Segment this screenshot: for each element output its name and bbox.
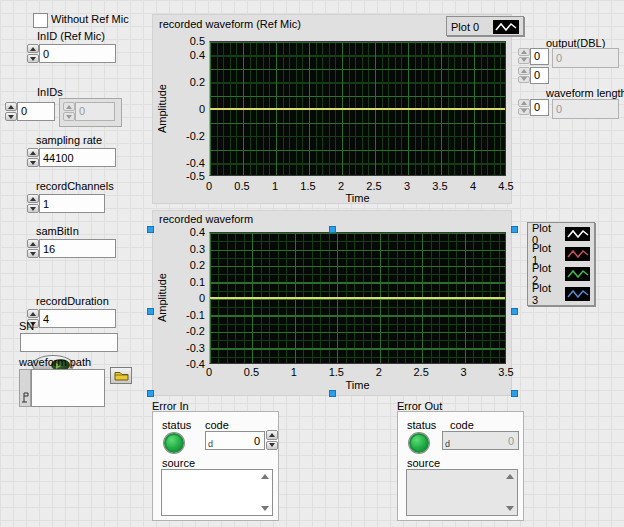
y-tick-label: -0.2 xyxy=(186,130,205,142)
code-value: 0 xyxy=(254,435,260,447)
scroll-down-icon[interactable] xyxy=(261,506,269,511)
browse-button[interactable] xyxy=(110,367,132,384)
output-dbl-index-col-spinner[interactable] xyxy=(518,67,530,83)
waveform-path-input[interactable] xyxy=(31,369,105,407)
sampling-rate-input[interactable] xyxy=(39,148,116,167)
code-spinner[interactable] xyxy=(266,430,278,450)
sn-input[interactable] xyxy=(20,333,118,352)
sam-bit-in-input[interactable] xyxy=(39,239,116,258)
scroll-down-icon[interactable] xyxy=(506,506,514,511)
record-channels-input[interactable] xyxy=(39,194,105,213)
legend-item[interactable]: Plot 3 xyxy=(532,284,590,304)
decrement-icon[interactable] xyxy=(27,54,39,63)
legend-item[interactable]: Plot 0 xyxy=(532,224,590,244)
y-tick-label: -0.4 xyxy=(186,358,205,370)
error-in-cluster: status code d 0 source xyxy=(152,411,279,521)
selection-handle[interactable] xyxy=(511,308,518,315)
graph1-legend[interactable]: Plot 0 xyxy=(446,16,524,36)
inid-input[interactable] xyxy=(39,44,116,63)
without-ref-mic-label: Without Ref Mic xyxy=(51,13,129,26)
x-axis-ticks: 00.511.522.533.5 xyxy=(209,366,506,378)
x-tick-label: 0 xyxy=(206,180,212,192)
selection-handle[interactable] xyxy=(329,226,336,233)
increment-icon[interactable] xyxy=(27,148,39,157)
x-tick-label: 0.5 xyxy=(234,180,249,192)
code-field[interactable]: d 0 xyxy=(205,431,265,450)
output-dbl-index-row-spinner[interactable] xyxy=(518,48,530,64)
status-led[interactable] xyxy=(164,433,184,453)
scroll-up-icon[interactable] xyxy=(506,474,514,479)
record-duration-input[interactable] xyxy=(39,309,116,328)
increment-icon[interactable] xyxy=(27,194,39,203)
increment-icon[interactable] xyxy=(518,99,530,107)
increment-icon[interactable] xyxy=(27,44,39,53)
y-tick-label: 0.2 xyxy=(190,76,205,88)
plot-swatch-icon xyxy=(565,267,590,281)
waveform-length-index[interactable]: 0 xyxy=(530,99,549,116)
plot-area-ref-mic[interactable] xyxy=(209,41,506,176)
waveform-line xyxy=(210,108,505,110)
y-tick-label: 0.1 xyxy=(190,276,205,288)
increment-icon[interactable] xyxy=(27,309,39,318)
sam-bit-in-spinner[interactable] xyxy=(27,239,39,258)
folder-icon xyxy=(114,370,129,381)
decrement-icon[interactable] xyxy=(518,57,530,65)
x-tick-label: 2.5 xyxy=(366,180,381,192)
sampling-rate-spinner[interactable] xyxy=(27,148,39,167)
graph2-title: recorded waveform xyxy=(159,213,253,225)
increment-icon[interactable] xyxy=(518,67,530,75)
record-channels-spinner[interactable] xyxy=(27,194,39,213)
y-tick-label: 0.4 xyxy=(190,49,205,61)
selection-handle[interactable] xyxy=(329,390,336,397)
increment-icon[interactable] xyxy=(5,102,17,111)
plot-area[interactable] xyxy=(209,232,506,364)
legend-item[interactable]: Plot 2 xyxy=(532,264,590,284)
x-tick-label: 0 xyxy=(206,366,212,378)
decrement-icon[interactable] xyxy=(27,204,39,213)
inids-index-field[interactable]: 0 xyxy=(17,102,55,121)
x-tick-label: 1 xyxy=(272,180,278,192)
increment-icon[interactable] xyxy=(63,102,75,111)
sn-label: SN xyxy=(19,320,34,333)
increment-icon[interactable] xyxy=(518,48,530,56)
decrement-icon[interactable] xyxy=(518,108,530,116)
inids-element-field[interactable]: 0 xyxy=(75,102,115,121)
output-dbl-index-col[interactable]: 0 xyxy=(530,67,549,84)
x-tick-label: 3 xyxy=(404,180,410,192)
selection-handle[interactable] xyxy=(511,390,518,397)
selection-handle[interactable] xyxy=(147,390,154,397)
decrement-icon[interactable] xyxy=(27,249,39,258)
output-dbl-index-row[interactable]: 0 xyxy=(530,48,549,65)
source-field[interactable] xyxy=(161,469,273,516)
inid-spinner[interactable] xyxy=(27,44,39,63)
status-led xyxy=(409,433,429,453)
x-tick-label: 3.5 xyxy=(432,180,447,192)
waveform-graph: recorded waveform 0.40.30.20.10-0.1-0.2-… xyxy=(152,210,512,396)
increment-icon[interactable] xyxy=(27,239,39,248)
legend-item[interactable]: Plot 1 xyxy=(532,244,590,264)
plot-swatch-icon xyxy=(565,247,590,261)
decrement-icon[interactable] xyxy=(5,112,17,121)
selection-handle[interactable] xyxy=(147,226,154,233)
error-out-cluster: status code d 0 source xyxy=(397,411,524,521)
without-ref-mic-checkbox[interactable] xyxy=(33,13,48,28)
x-axis-title: Time xyxy=(209,379,506,391)
graph2-legend[interactable]: Plot 0Plot 1Plot 2Plot 3 xyxy=(527,222,595,306)
y-tick-label: 0 xyxy=(199,103,205,115)
decrement-icon[interactable] xyxy=(518,76,530,84)
inids-index-spinner[interactable] xyxy=(5,102,17,121)
scroll-up-icon[interactable] xyxy=(261,474,269,479)
x-axis-title: Time xyxy=(209,192,506,204)
selection-handle[interactable] xyxy=(147,308,154,315)
x-tick-label: 1.5 xyxy=(329,366,344,378)
decrement-icon[interactable] xyxy=(266,441,278,451)
source-field xyxy=(406,469,518,516)
increment-icon[interactable] xyxy=(266,430,278,440)
waveform-length-index-spinner[interactable] xyxy=(518,99,530,115)
x-tick-label: 4 xyxy=(470,180,476,192)
decrement-icon[interactable] xyxy=(27,158,39,167)
inids-element-spinner[interactable] xyxy=(63,102,75,121)
selection-handle[interactable] xyxy=(511,226,518,233)
legend-label: Plot 3 xyxy=(532,282,559,306)
decrement-icon[interactable] xyxy=(63,112,75,121)
